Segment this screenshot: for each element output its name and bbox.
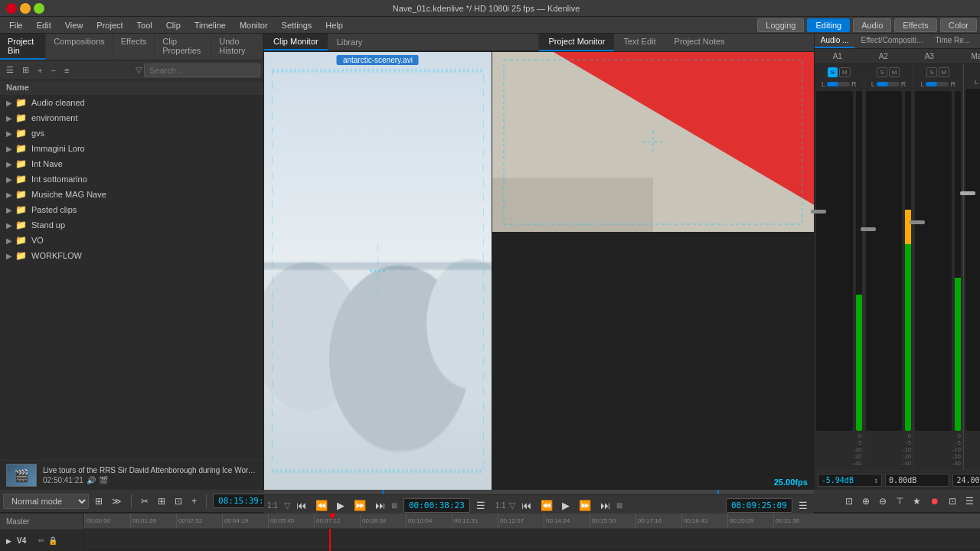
add-clip-button[interactable]: + xyxy=(34,64,45,77)
menu-button[interactable]: ≡ xyxy=(61,64,72,77)
tb-star-button[interactable]: ★ xyxy=(910,494,924,508)
ch-a2-mute[interactable]: M xyxy=(889,67,900,77)
timeline-ruler[interactable]: 00:00:00 00:01:26 00:02:52 00:04:19 00:0… xyxy=(84,514,980,529)
tb-split-button[interactable]: ⊤ xyxy=(893,494,906,508)
ch-a1-mute[interactable]: M xyxy=(839,67,851,77)
clip-forward-button[interactable]: ⏭ xyxy=(372,498,388,513)
pm-menu-button[interactable]: ☰ xyxy=(795,498,811,513)
menu-project[interactable]: Project xyxy=(90,19,129,31)
tab-text-edit[interactable]: Text Edit xyxy=(614,34,665,51)
v4-expand[interactable]: ▶ xyxy=(3,536,15,546)
menu-help[interactable]: Help xyxy=(319,19,349,31)
folder-pasted-clips[interactable]: ▶ 📁 Pasted clips xyxy=(0,202,263,217)
ch-a3-pan[interactable] xyxy=(926,82,949,86)
tb-cut-button[interactable]: ✂ xyxy=(138,494,152,508)
ch-a3-fader-track[interactable] xyxy=(915,91,952,431)
ch-a1-fader-handle[interactable] xyxy=(811,210,826,214)
timeline-content[interactable]: 00:00:00 00:01:26 00:02:52 00:04:19 00:0… xyxy=(84,514,980,551)
pm-prev-button[interactable]: ⏪ xyxy=(537,498,556,513)
tab-undo-history[interactable]: Undo History xyxy=(211,34,263,60)
tab-subtitles[interactable]: Subtitles xyxy=(976,34,980,48)
effects-button[interactable]: Effects xyxy=(894,18,936,32)
tb-paste-button[interactable]: ⊡ xyxy=(172,494,185,508)
clip-rewind-button[interactable]: ⏮ xyxy=(293,498,309,513)
pm-play-button[interactable]: ▶ xyxy=(559,498,573,513)
tb-copy-button[interactable]: ⊞ xyxy=(155,494,168,508)
tb-snap-button[interactable]: ⊞ xyxy=(92,494,106,508)
close-button[interactable] xyxy=(6,3,17,14)
menu-timeline[interactable]: Timeline xyxy=(188,19,232,31)
tb-record-button[interactable]: ⏺ xyxy=(927,494,942,508)
clip-menu-button[interactable]: ☰ xyxy=(473,498,488,513)
tb-zoom-out-button[interactable]: ⊖ xyxy=(876,494,890,508)
tab-clip-properties[interactable]: Clip Properties xyxy=(155,34,211,60)
clip-prev-button[interactable]: ⏪ xyxy=(312,498,331,513)
track-lane-v4[interactable] xyxy=(84,529,980,550)
view-list-button[interactable]: ☰ xyxy=(3,64,17,77)
minimize-button[interactable] xyxy=(20,3,31,14)
folder-vo[interactable]: ▶ 📁 VO xyxy=(0,233,263,248)
ch-a2-fader-handle[interactable] xyxy=(861,227,876,231)
clip-next-button[interactable]: ⏩ xyxy=(351,498,369,513)
tab-effect-compo[interactable]: Effect/Compositi... xyxy=(854,34,929,48)
tab-compositions[interactable]: Compositions xyxy=(46,34,113,60)
mode-select[interactable]: Normal mode Overwrite mode Insert mode xyxy=(3,494,89,509)
folder-workflow[interactable]: ▶ 📁 WORKFLOW xyxy=(0,248,263,263)
tab-project-bin[interactable]: Project Bin xyxy=(0,34,46,60)
tab-clip-monitor[interactable]: Clip Monitor xyxy=(264,34,328,51)
tb-zoom-in-button[interactable]: ⊕ xyxy=(859,494,873,508)
menu-clip[interactable]: Clip xyxy=(160,19,187,31)
folder-musiche[interactable]: ▶ 📁 Musiche MAG Nave xyxy=(0,187,263,202)
project-monitor[interactable]: 25.00fps 1:1 ▽ ⏮ ⏪ ▶ ⏩ ⏭ ⊠ 08:09:2 xyxy=(492,52,814,490)
logging-button[interactable]: Logging xyxy=(757,18,804,32)
tab-time-remap[interactable]: Time Re... xyxy=(929,34,976,48)
tab-effects[interactable]: Effects xyxy=(113,34,155,60)
search-input[interactable] xyxy=(144,64,260,77)
menu-view[interactable]: View xyxy=(59,19,90,31)
menu-settings[interactable]: Settings xyxy=(276,19,318,31)
ch-a1-fader-track[interactable] xyxy=(816,91,853,431)
folder-int-sottomarino[interactable]: ▶ 📁 Int sottomarino xyxy=(0,171,263,187)
ch-a3-fader-handle[interactable] xyxy=(910,220,925,224)
ch-a1-pan[interactable] xyxy=(827,82,850,86)
clip-monitor[interactable]: antarctic-scenery.avi 1:1 ▽ ⏮ ⏪ ▶ ⏩ xyxy=(264,52,492,490)
tab-audio[interactable]: Audio ... xyxy=(815,34,855,48)
ch-a3-solo[interactable]: S xyxy=(926,67,936,77)
ch-master-fader-handle[interactable] xyxy=(960,191,975,195)
color-button[interactable]: Color xyxy=(940,18,977,32)
tab-project-monitor[interactable]: Project Monitor xyxy=(539,34,614,51)
audio-button[interactable]: Audio xyxy=(853,18,891,32)
view-grid-button[interactable]: ⊞ xyxy=(19,64,32,77)
tb-settings-button[interactable]: ☰ xyxy=(962,494,977,508)
folder-audio-cleaned[interactable]: ▶ 📁 Audio cleaned xyxy=(0,95,263,110)
clip-scrubber[interactable] xyxy=(264,490,492,494)
remove-clip-button[interactable]: − xyxy=(47,64,58,77)
clip-play-button[interactable]: ▶ xyxy=(334,498,348,513)
v4-lock[interactable]: 🔒 xyxy=(47,536,58,546)
pm-next-button[interactable]: ⏩ xyxy=(576,498,594,513)
tb-ripple-button[interactable]: ≫ xyxy=(109,494,125,508)
pm-rewind-button[interactable]: ⏮ xyxy=(518,498,534,513)
folder-stand-up[interactable]: ▶ 📁 Stand up xyxy=(0,217,263,233)
pm-forward-button[interactable]: ⏭ xyxy=(597,498,613,513)
tab-project-notes[interactable]: Project Notes xyxy=(665,34,734,51)
project-scrubber[interactable] xyxy=(492,490,814,494)
input-db-arrow[interactable]: ↕ xyxy=(874,476,878,484)
folder-int-nave[interactable]: ▶ 📁 Int Nave xyxy=(0,156,263,171)
menu-file[interactable]: File xyxy=(3,19,29,31)
menu-monitor[interactable]: Monitor xyxy=(234,19,274,31)
ch-a2-fader-track[interactable] xyxy=(866,91,903,431)
ch-a2-solo[interactable]: S xyxy=(877,67,887,77)
menu-edit[interactable]: Edit xyxy=(31,19,57,31)
folder-immagini-loro[interactable]: ▶ 📁 Immagini Loro xyxy=(0,141,263,156)
editing-button[interactable]: Editing xyxy=(807,18,850,32)
folder-gvs[interactable]: ▶ 📁 gvs xyxy=(0,126,263,141)
menu-tool[interactable]: Tool xyxy=(131,19,158,31)
folder-environment[interactable]: ▶ 📁 environment xyxy=(0,110,263,126)
tb-record2-button[interactable]: ⊡ xyxy=(946,494,959,508)
ch-a3-mute[interactable]: M xyxy=(939,67,950,77)
ch-a2-pan[interactable] xyxy=(877,82,900,86)
tb-add-button[interactable]: + xyxy=(188,494,200,508)
ch-master-fader-track[interactable] xyxy=(965,89,980,431)
v4-edit[interactable]: ✏ xyxy=(38,536,45,546)
